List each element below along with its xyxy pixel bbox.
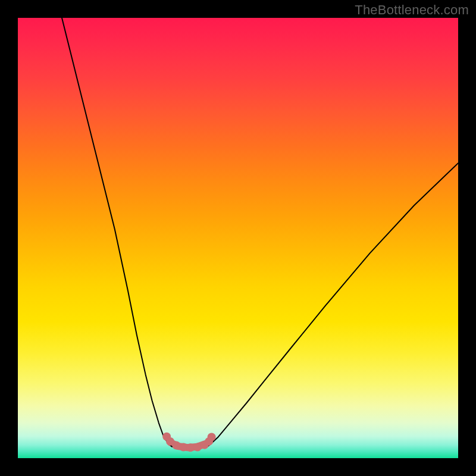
trough-markers (162, 433, 215, 452)
chart-frame: TheBottleneck.com (0, 0, 476, 476)
watermark-label: TheBottleneck.com (355, 2, 469, 18)
svg-point-5 (193, 443, 202, 452)
svg-point-8 (208, 433, 216, 441)
curve-layer (18, 18, 458, 458)
right-branch-line (207, 163, 458, 447)
plot-area (18, 18, 458, 458)
left-branch-line (62, 18, 172, 447)
svg-point-2 (172, 441, 180, 450)
